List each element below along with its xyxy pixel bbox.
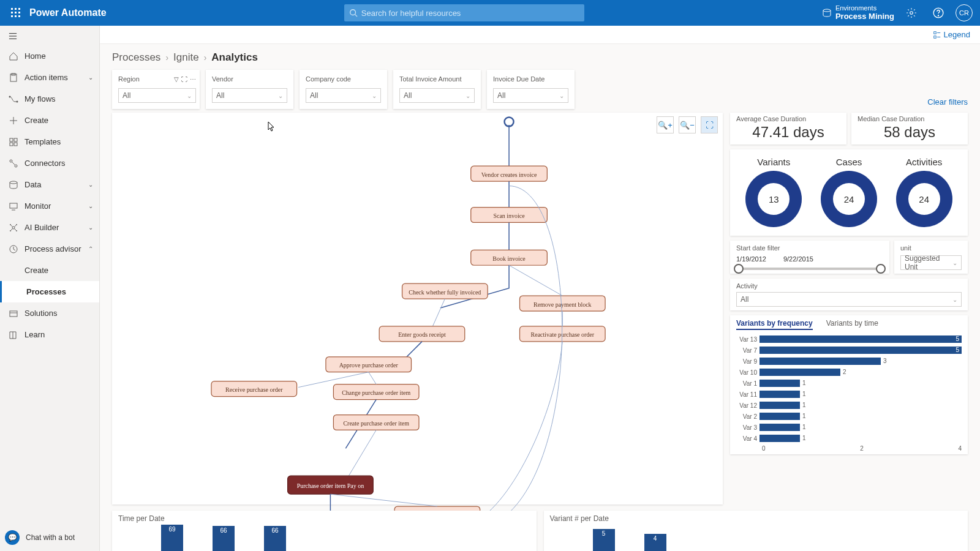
sidebar-item-action-items[interactable]: Action items⌄ (0, 67, 99, 88)
filter-invoice-due-date: Invoice Due DateAll⌄ (487, 70, 575, 109)
bar-var-4[interactable]: Var 41 (736, 433, 962, 444)
tab-variants-by-frequency[interactable]: Variants by frequency (736, 319, 813, 330)
donut-chart[interactable]: 24 (821, 171, 877, 227)
vbar[interactable]: 69 (161, 525, 183, 551)
sidebar-item-home[interactable]: Home (0, 45, 99, 67)
variant-per-date-card: Variant # per Date 54 (544, 511, 968, 551)
nav-label: Process advisor (24, 244, 81, 253)
svg-point-38 (16, 230, 17, 231)
donut-activities: Activities24 (896, 157, 952, 227)
vbar[interactable]: 66 (264, 526, 286, 551)
search-box[interactable] (344, 4, 584, 21)
bar-var-3[interactable]: Var 31 (736, 422, 962, 433)
svg-point-28 (10, 160, 12, 162)
activity-select[interactable]: All⌄ (736, 292, 962, 307)
clear-filters-link[interactable]: Clear filters (927, 97, 968, 109)
svg-text:Remove payment block: Remove payment block (533, 301, 592, 308)
more-icon[interactable]: ⋯ (190, 76, 196, 83)
svg-rect-32 (10, 203, 17, 208)
filter-select[interactable]: All⌄ (493, 88, 568, 103)
search-icon (349, 9, 358, 17)
activity-filter-card: Activity All⌄ (730, 279, 968, 310)
sidebar-item-processes[interactable]: Processes (0, 281, 99, 302)
nav-label: Processes (26, 287, 66, 296)
help-icon[interactable] (929, 3, 948, 23)
sidebar-item-create[interactable]: Create (0, 110, 99, 131)
bar-var-13[interactable]: Var 135 (736, 334, 962, 345)
expand-icon[interactable]: ⛶ (181, 76, 187, 83)
hamburger-icon[interactable] (0, 27, 99, 45)
svg-rect-47 (933, 31, 936, 34)
legend-button[interactable]: Legend (933, 30, 970, 39)
environment-picker[interactable]: Environments Process Mining (822, 4, 894, 21)
nav-label: Monitor (24, 201, 51, 211)
date-filter-label: Start date filter (736, 244, 883, 252)
vbar[interactable]: 5 (593, 529, 615, 551)
chat-bot-button[interactable]: 💬 Chat with a bot (5, 530, 75, 545)
sidebar-item-templates[interactable]: Templates (0, 131, 99, 152)
sidebar-item-process-advisor[interactable]: Process advisor⌃ (0, 238, 99, 260)
svg-line-42 (15, 228, 17, 230)
vbar[interactable]: 4 (644, 534, 666, 551)
sidebar-item-data[interactable]: Data⌄ (0, 174, 99, 195)
svg-point-36 (16, 224, 17, 225)
filter-select[interactable]: All⌄ (399, 88, 475, 103)
donut-chart[interactable]: 24 (896, 171, 952, 227)
axis-tick: 4 (958, 445, 962, 452)
nav-label: Create (24, 116, 48, 125)
nav-label: Connectors (24, 159, 65, 168)
slider-handle-start[interactable] (734, 264, 744, 274)
sidebar-item-monitor[interactable]: Monitor⌄ (0, 195, 99, 217)
svg-text:Create purchase order item: Create purchase order item (343, 420, 409, 427)
filter-select[interactable]: All⌄ (118, 88, 196, 103)
process-map[interactable]: Vendor creates invoice Scan invoice Book… (112, 113, 723, 551)
bar-var-9[interactable]: Var 93 (736, 356, 962, 367)
user-avatar[interactable]: CR (956, 4, 973, 21)
top-header: Power Automate Environments Process Mini… (0, 0, 980, 26)
sidebar-item-create[interactable]: Create (0, 260, 99, 281)
date-range-slider[interactable] (736, 268, 883, 270)
monitor-icon (9, 201, 18, 211)
legend-icon (933, 31, 941, 39)
sidebar-item-solutions[interactable]: Solutions (0, 302, 99, 324)
app-launcher-icon[interactable] (5, 2, 27, 24)
advisor-icon (9, 244, 18, 254)
bar-var-11[interactable]: Var 111 (736, 389, 962, 400)
tab-variants-by-time[interactable]: Variants by time (826, 319, 878, 330)
svg-rect-44 (10, 311, 17, 317)
sidebar-item-my-flows[interactable]: My flows (0, 88, 99, 110)
avg-case-duration-card: Average Case Duration 47.41 days (730, 113, 846, 144)
svg-text:Reactivate purchase order: Reactivate purchase order (531, 331, 595, 338)
sidebar-item-learn[interactable]: Learn (0, 324, 99, 345)
filter-select[interactable]: All⌄ (306, 88, 381, 103)
svg-rect-0 (11, 8, 13, 10)
svg-text:Book invoice: Book invoice (492, 255, 526, 262)
svg-text:Change purchase order item: Change purchase order item (342, 389, 410, 396)
vbar[interactable]: 66 (213, 526, 235, 551)
svg-rect-1 (15, 8, 17, 10)
sidebar-item-connectors[interactable]: Connectors (0, 152, 99, 174)
breadcrumb-ignite[interactable]: Ignite (173, 51, 199, 64)
bar-var-10[interactable]: Var 102 (736, 367, 962, 378)
chevron-down-icon: ⌄ (88, 203, 93, 209)
donut-variants: Variants13 (745, 157, 802, 227)
slider-handle-end[interactable] (876, 264, 886, 274)
unit-select[interactable]: Suggested Unit⌄ (900, 255, 962, 270)
svg-rect-25 (14, 138, 17, 141)
svg-line-41 (11, 228, 13, 230)
bar-var-7[interactable]: Var 75 (736, 345, 962, 356)
bar-var-1[interactable]: Var 11 (736, 378, 962, 389)
filter-icon[interactable]: ▽ (174, 76, 179, 83)
search-input[interactable] (361, 9, 579, 18)
bar-var-2[interactable]: Var 21 (736, 411, 962, 422)
settings-icon[interactable] (902, 3, 921, 23)
sidebar-item-ai-builder[interactable]: AI Builder⌄ (0, 217, 99, 238)
bar-var-12[interactable]: Var 121 (736, 400, 962, 411)
breadcrumb-processes[interactable]: Processes (112, 51, 160, 64)
filter-label: Vendor (212, 75, 233, 83)
donut-chart[interactable]: 13 (745, 171, 802, 227)
filter-select[interactable]: All⌄ (212, 88, 287, 103)
bar-label: Var 10 (736, 369, 760, 376)
bar-value: 3 (883, 358, 887, 365)
svg-point-37 (10, 230, 11, 231)
